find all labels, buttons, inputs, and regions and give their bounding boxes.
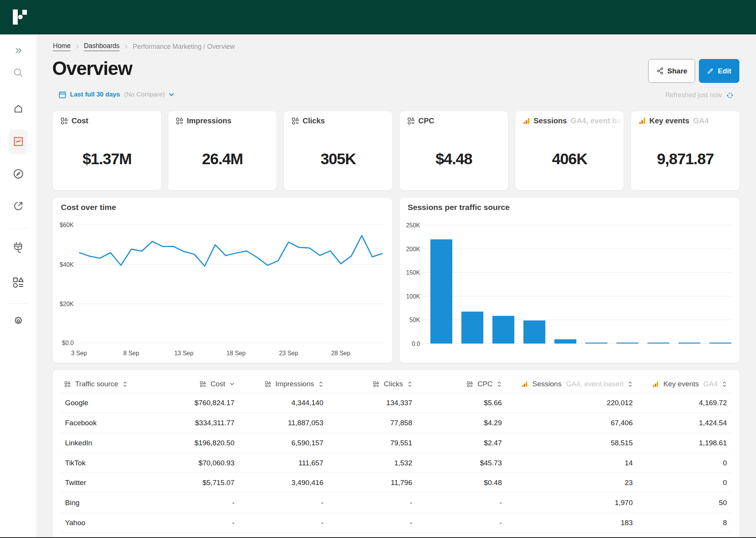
svg-text:$0.0: $0.0 (62, 340, 74, 346)
svg-text:$20K: $20K (60, 301, 74, 307)
svg-text:8 Sep: 8 Sep (123, 350, 139, 356)
svg-text:23 Sep: 23 Sep (279, 350, 298, 356)
svg-text:50K: 50K (410, 317, 421, 323)
svg-text:$40K: $40K (60, 261, 74, 268)
svg-text:150K: 150K (406, 269, 421, 276)
svg-text:13 Sep: 13 Sep (174, 350, 194, 356)
svg-text:18 Sep: 18 Sep (227, 350, 246, 356)
svg-text:100K: 100K (406, 293, 421, 300)
svg-text:28 Sep: 28 Sep (331, 350, 351, 356)
svg-text:250K: 250K (406, 222, 421, 229)
svg-text:0.0: 0.0 (412, 341, 420, 347)
svg-text:$60K: $60K (60, 222, 74, 228)
svg-text:200K: 200K (406, 246, 421, 252)
svg-text:3 Sep: 3 Sep (71, 350, 87, 356)
